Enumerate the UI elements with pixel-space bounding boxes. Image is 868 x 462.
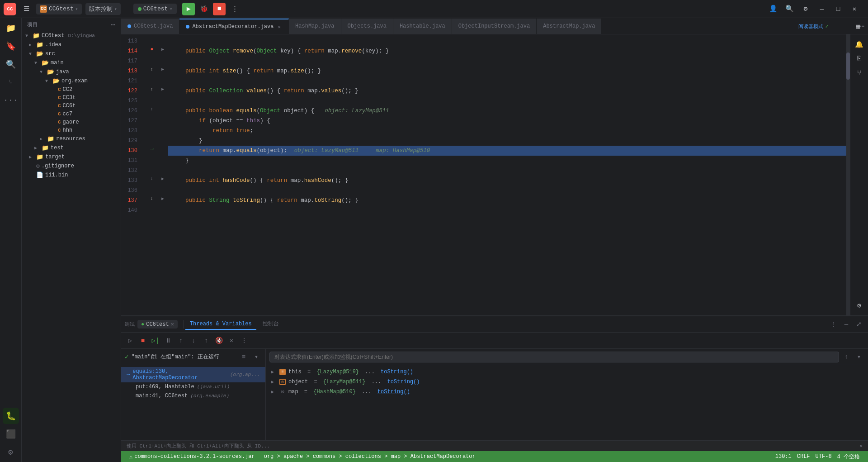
tree-test[interactable]: ▶ 📁 test — [22, 143, 121, 152]
debug-run-to-cursor-icon[interactable]: ▷| — [150, 335, 161, 346]
code-area[interactable]: public Object remove(Object key) { retur… — [168, 34, 850, 315]
status-line-ending[interactable]: CRLF — [794, 453, 813, 460]
var-expand-object-icon[interactable]: ▶ — [271, 379, 277, 385]
search-icon[interactable]: 🔍 — [783, 3, 796, 15]
activity-folder-icon[interactable]: 📁 — [3, 20, 19, 36]
activity-search-icon[interactable]: 🔍 — [3, 56, 19, 72]
hamburger-menu-icon[interactable]: ☰ — [20, 3, 33, 15]
thread-filter-icon[interactable]: ≡ — [238, 352, 249, 362]
editor-scroll[interactable]: 113 114 117 118 121 122 125 126 127 128 … — [121, 34, 850, 315]
close-button[interactable]: ✕ — [848, 3, 861, 15]
tab-hashmap[interactable]: HashMap.java — [289, 19, 341, 34]
var-input-up-icon[interactable]: ↑ — [841, 352, 852, 362]
thread-dropdown-icon[interactable]: ▾ — [251, 352, 262, 362]
stack-frame-1[interactable]: put:469, Hashtable (java.util) — [121, 382, 265, 391]
status-encoding[interactable]: UTF-8 — [813, 453, 835, 460]
debug-step-out-icon[interactable]: ↑ — [175, 335, 186, 346]
var-input-down-icon[interactable]: ▾ — [854, 352, 864, 362]
ln-129: 129 — [121, 136, 141, 146]
right-panel-gear-icon[interactable]: ⚙ — [853, 299, 866, 312]
stack-frame-0[interactable]: → equals:130, AbstractMapDecorator (org.… — [121, 367, 265, 382]
tree-gaore[interactable]: ▶ C gaore — [22, 118, 121, 126]
debug-button[interactable]: 🐞 — [198, 3, 210, 15]
tree-gitignore[interactable]: ▶ ⚙ .gitignore — [22, 162, 121, 171]
minimize-button[interactable]: — — [816, 3, 828, 15]
activity-terminal-icon[interactable]: ⬛ — [3, 426, 19, 442]
status-breadcrumb[interactable]: org > apache > commons > collections > m… — [261, 453, 478, 460]
debug-step-into-icon[interactable]: ↓ — [188, 335, 199, 346]
stop-button[interactable]: ■ — [213, 3, 226, 15]
debug-step-up2-icon[interactable]: ↑ — [201, 335, 212, 346]
tree-org[interactable]: ▼ 📂 org.exam — [22, 76, 121, 86]
tree-root[interactable]: ▼ 📁 CC6test D:\yingwa — [22, 31, 121, 40]
tree-idea[interactable]: ▶ 📁 .idea — [22, 40, 121, 49]
git-icon[interactable]: ⑂ — [853, 67, 866, 80]
run-button[interactable]: ▶ — [182, 3, 195, 15]
var-expand-icon[interactable]: ▶ — [271, 369, 277, 375]
profile-icon[interactable]: 👤 — [767, 3, 779, 15]
code-136 — [168, 186, 850, 195]
var-expression-input[interactable] — [269, 352, 839, 362]
debug-tab-threads[interactable]: Threads & Variables — [185, 319, 256, 330]
version-control-selector[interactable]: 版本控制 ▾ — [85, 3, 121, 15]
activity-git-icon[interactable]: ⑂ — [3, 74, 19, 90]
var-link-this[interactable]: toString() — [381, 369, 413, 375]
status-source[interactable]: ⚠ commons-collections-3.2.1-sources.jar — [127, 453, 258, 460]
debug-more2-icon[interactable]: ⋮ — [239, 335, 250, 346]
reader-mode-label[interactable]: 阅读器模式 ✓ — [795, 18, 832, 34]
bookmarks-icon[interactable]: ⎘ — [853, 52, 866, 65]
debug-panel-minimize-icon[interactable]: — — [841, 319, 852, 330]
sidebar-options-icon[interactable]: ⋯ — [111, 21, 115, 29]
debug-pause-icon[interactable]: ⏸ — [163, 335, 174, 346]
editor-panel-icon[interactable]: ▦ — [852, 20, 864, 33]
tree-cc7[interactable]: ▶ C cc7 — [22, 110, 121, 118]
tree-cc6t[interactable]: ▶ C CC6t — [22, 102, 121, 110]
tab-hashtable[interactable]: Hashtable.java — [393, 19, 452, 34]
activity-bookmark-icon[interactable]: 🔖 — [3, 38, 19, 54]
var-map[interactable]: ▶ ∞ map = {HashMap@510} ... toString() — [266, 387, 868, 397]
tree-target[interactable]: ▶ 📁 target — [22, 152, 121, 162]
stack-frame-2[interactable]: main:41, CC6test (org.example) — [121, 391, 265, 400]
activity-more-icon[interactable]: ··· — [3, 92, 19, 109]
var-this[interactable]: ▶ ≡ this = {LazyMap@519} ... toString() — [266, 367, 868, 377]
notifications-icon[interactable]: 🔔 — [853, 38, 866, 51]
activity-settings2-icon[interactable]: ⚙ — [3, 444, 19, 460]
var-link-map[interactable]: toString() — [377, 389, 410, 395]
tree-src[interactable]: ▼ 📂 src — [22, 49, 121, 58]
tab-abstractmap[interactable]: AbstractMap.java — [537, 19, 602, 34]
more-actions-icon[interactable]: ⋮ — [228, 3, 241, 15]
var-expand-map-icon[interactable]: ▶ — [271, 389, 277, 395]
editor-scrollbar[interactable] — [846, 34, 850, 315]
tab-cc6test[interactable]: CC6test.java — [121, 19, 179, 34]
activity-debug-icon[interactable]: 🐛 — [3, 408, 19, 424]
tree-cc2[interactable]: ▶ C CC2 — [22, 86, 121, 94]
debug-mute-icon[interactable]: 🔇 — [213, 335, 224, 346]
status-indent[interactable]: 4 个空格 — [835, 453, 863, 461]
tree-hhh[interactable]: ▶ C hhh — [22, 126, 121, 134]
status-position[interactable]: 130:1 — [773, 453, 794, 460]
var-link-object[interactable]: toString() — [387, 379, 420, 385]
debug-clear-icon[interactable]: ✕ — [226, 335, 237, 346]
tab-abstractmapdecorator[interactable]: AbstractMapDecorator.java ✕ — [179, 19, 289, 34]
settings-icon[interactable]: ⚙ — [799, 3, 812, 15]
debug-resume-icon[interactable]: ▷ — [125, 335, 136, 346]
tip-close-icon[interactable]: ✕ — [859, 443, 863, 449]
debug-action-more-icon[interactable]: ⋮ — [828, 319, 839, 330]
debug-stop-icon[interactable]: ■ — [137, 335, 148, 346]
tab-close-icon[interactable]: ✕ — [276, 24, 282, 30]
run-config-selector[interactable]: CC6test ▾ — [133, 4, 177, 14]
tree-java[interactable]: ▼ 📂 java — [22, 67, 121, 76]
debug-panel-expand-icon[interactable]: ⤢ — [854, 319, 864, 330]
tree-resources[interactable]: ▶ 📁 resources — [22, 134, 121, 143]
project-selector[interactable]: CC CC6test ▾ — [36, 4, 82, 14]
tab-objectinputstream[interactable]: ObjectInputStream.java — [452, 19, 537, 34]
debug-close-icon[interactable]: ✕ — [171, 321, 174, 328]
debug-tab-console[interactable]: 控制台 — [258, 318, 283, 330]
ln-132: 132 — [121, 166, 141, 176]
tree-cc3t[interactable]: ▶ C CC3t — [22, 94, 121, 102]
var-object[interactable]: ▶ ⊙ object = {LazyMap@511} ... toString(… — [266, 377, 868, 387]
maximize-button[interactable]: □ — [832, 3, 844, 15]
tab-objects[interactable]: Objects.java — [341, 19, 393, 34]
tree-main[interactable]: ▼ 📂 main — [22, 58, 121, 67]
tree-111bin[interactable]: ▶ 📄 111.bin — [22, 171, 121, 180]
